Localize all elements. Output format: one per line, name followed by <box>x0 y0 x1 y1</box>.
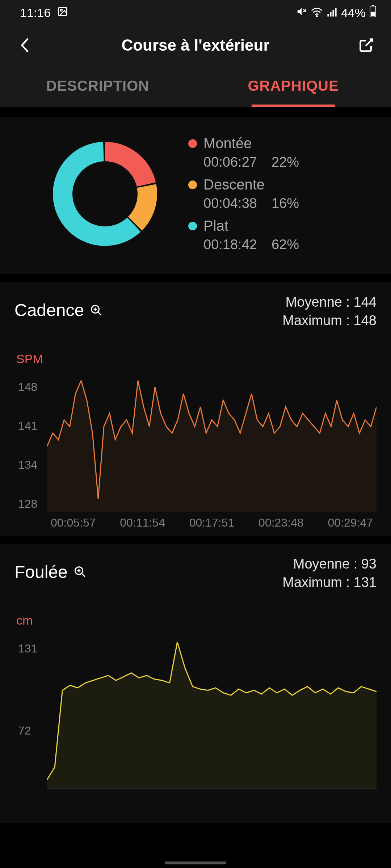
page-title: Course à l'extérieur <box>33 36 358 54</box>
legend-name: Plat <box>203 218 228 234</box>
tabs: DESCRIPTION GRAPHIQUE <box>0 65 391 107</box>
clock: 11:16 <box>20 6 51 20</box>
cadence-unit: SPM <box>16 352 377 366</box>
nav-handle[interactable] <box>165 861 226 864</box>
status-right: 44% <box>296 5 377 20</box>
zoom-in-icon[interactable] <box>90 304 103 317</box>
battery-icon <box>369 5 377 20</box>
terrain-section: Montée00:06:2722%Descente00:04:3816%Plat… <box>0 117 391 274</box>
legend-item: Montée00:06:2722% <box>188 135 299 170</box>
svg-rect-5 <box>327 14 329 16</box>
app-header: Course à l'extérieur <box>0 25 391 65</box>
picture-icon <box>57 6 68 20</box>
foulee-unit: cm <box>16 613 377 627</box>
cadence-section: Cadence Moyenne : 144 Maximum : 148 SPM … <box>0 274 391 536</box>
status-bar: 11:16 44% <box>0 0 391 25</box>
legend-time: 00:04:38 <box>203 196 257 211</box>
svg-rect-11 <box>371 12 375 16</box>
legend-item: Descente00:04:3816% <box>188 176 299 211</box>
cadence-max: Maximum : 148 <box>282 311 377 330</box>
zoom-in-icon[interactable] <box>73 565 87 578</box>
legend-time: 00:18:42 <box>203 237 257 252</box>
terrain-legend: Montée00:06:2722%Descente00:04:3816%Plat… <box>188 135 299 252</box>
foulee-section: Foulée Moyenne : 93 Maximum : 131 cm 131… <box>0 536 391 823</box>
mute-icon <box>296 6 307 20</box>
legend-dot-icon <box>188 180 197 189</box>
svg-rect-10 <box>372 5 374 6</box>
svg-line-13 <box>98 312 101 315</box>
share-button[interactable] <box>358 37 375 54</box>
legend-pct: 62% <box>272 237 299 252</box>
back-button[interactable] <box>16 37 33 54</box>
foulee-title: Foulée <box>14 562 68 582</box>
legend-item: Plat00:18:4262% <box>188 218 299 252</box>
legend-name: Descente <box>203 176 265 193</box>
svg-rect-6 <box>330 12 331 17</box>
legend-dot-icon <box>188 139 197 148</box>
cadence-avg: Moyenne : 144 <box>282 293 377 311</box>
legend-pct: 22% <box>272 154 299 170</box>
legend-time: 00:06:27 <box>203 154 257 170</box>
svg-line-18 <box>81 574 85 577</box>
cadence-x-axis: 00:05:5700:11:5400:17:5100:23:4800:29:47 <box>47 516 377 529</box>
status-left: 11:16 <box>20 6 68 20</box>
cadence-stats: Moyenne : 144 Maximum : 148 <box>282 293 377 330</box>
tab-description[interactable]: DESCRIPTION <box>0 65 196 107</box>
foulee-max: Maximum : 131 <box>282 573 377 592</box>
svg-rect-7 <box>332 10 334 16</box>
cadence-y-axis: 148141134128 <box>18 380 43 511</box>
legend-dot-icon <box>188 222 197 230</box>
legend-pct: 16% <box>272 196 299 211</box>
cadence-chart[interactable]: 148141134128 00:05:5700:11:5400:17:5100:… <box>18 380 377 525</box>
svg-point-1 <box>60 9 62 11</box>
foulee-chart[interactable]: 13172 <box>18 642 377 794</box>
wifi-icon <box>311 6 323 20</box>
foulee-y-axis: 13172 <box>18 642 43 779</box>
tab-graphique[interactable]: GRAPHIQUE <box>196 65 391 107</box>
battery-text: 44% <box>341 6 366 20</box>
svg-point-4 <box>316 16 318 17</box>
cadence-title: Cadence <box>14 300 84 320</box>
foulee-stats: Moyenne : 93 Maximum : 131 <box>282 555 377 592</box>
svg-rect-8 <box>335 8 336 16</box>
legend-name: Montée <box>203 135 252 152</box>
terrain-donut-chart <box>51 140 159 248</box>
signal-icon <box>327 6 337 20</box>
foulee-avg: Moyenne : 93 <box>282 555 377 573</box>
